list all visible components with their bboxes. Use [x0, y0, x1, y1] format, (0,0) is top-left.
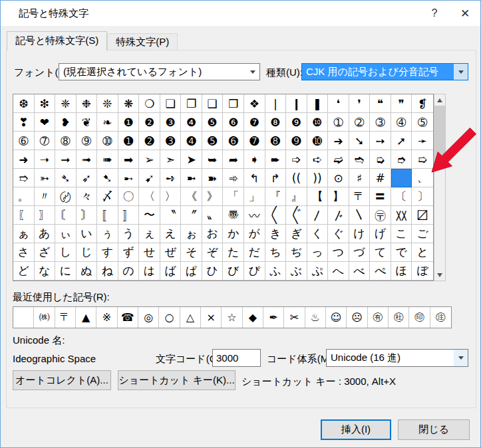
subset-combobox[interactable]: CJK 用の記号および分音記号	[301, 63, 468, 80]
symbol-cell[interactable]: ぅ	[97, 225, 118, 243]
tab-symbols[interactable]: 記号と特殊文字(S)	[7, 31, 107, 51]
symbol-cell[interactable]: #	[370, 169, 391, 187]
recent-symbol-cell[interactable]: ☹	[347, 307, 367, 328]
symbol-cell[interactable]: 〒	[349, 187, 371, 206]
symbol-cell[interactable]: 〆	[97, 187, 118, 206]
symbol-cell[interactable]: ➚	[391, 132, 412, 150]
symbol-cell[interactable]: ➹	[139, 169, 160, 187]
symbol-cell[interactable]: 〚	[97, 206, 118, 225]
symbol-cell[interactable]: 「	[223, 187, 244, 206]
symbol-cell[interactable]: ➈	[77, 132, 98, 150]
symbol-cell[interactable]: ぢ	[286, 243, 307, 262]
symbol-cell[interactable]: こ	[391, 225, 412, 243]
recent-symbol-cell[interactable]: ☆	[222, 307, 242, 328]
symbol-cell[interactable]: ➇	[55, 132, 77, 150]
symbol-cell[interactable]: ➄	[412, 113, 433, 132]
symbol-cell[interactable]: 【	[307, 187, 329, 206]
symbol-cell[interactable]: 〉	[160, 187, 182, 206]
recent-symbol-cell[interactable]: ◎	[138, 307, 159, 328]
symbol-cell[interactable]: ❆	[13, 94, 35, 113]
symbol-cell[interactable]: ❈	[55, 94, 77, 113]
symbol-cell[interactable]: ざ	[35, 243, 56, 262]
symbol-cell[interactable]: ➩	[286, 150, 307, 169]
scrollbar-up-button[interactable]	[434, 94, 445, 106]
symbol-cell[interactable]: ❧	[97, 113, 118, 132]
symbol-cell[interactable]: ➴	[55, 169, 77, 187]
symbol-cell[interactable]: ❜	[349, 94, 371, 113]
symbol-cell[interactable]: ➳	[35, 169, 56, 187]
symbol-cell[interactable]: の	[118, 262, 140, 280]
recent-symbol-cell[interactable]: ㊞	[409, 307, 430, 328]
scrollbar-thumb[interactable]	[434, 106, 445, 163]
encoding-combobox[interactable]: Unicode (16 進)	[326, 349, 468, 367]
symbol-cell[interactable]: ➠	[97, 150, 118, 169]
symbol-cell[interactable]: じ	[77, 243, 98, 262]
recent-symbol-cell[interactable]: ☎	[118, 307, 138, 328]
symbol-cell[interactable]: 》	[202, 187, 224, 206]
font-combobox[interactable]: (現在選択されているフォント)	[59, 63, 260, 80]
symbol-cell[interactable]: ❏	[160, 94, 182, 113]
symbol-cell[interactable]: 《	[181, 187, 202, 206]
symbol-cell[interactable]: ❊	[97, 94, 118, 113]
symbol-cell[interactable]: ぐ	[328, 225, 349, 243]
symbol-cell[interactable]: ひ	[202, 262, 224, 280]
symbol-cell[interactable]: 〝	[160, 206, 182, 225]
symbol-cell[interactable]: 『	[265, 187, 287, 206]
symbol-cell[interactable]: ➯	[412, 150, 433, 169]
symbol-cell[interactable]: 〞	[181, 206, 202, 225]
symbol-cell[interactable]: 】	[328, 187, 349, 206]
symbol-cell[interactable]: ❞	[391, 94, 412, 113]
symbol-cell[interactable]: ♯	[349, 169, 371, 187]
symbol-cell[interactable]: ❦	[77, 113, 98, 132]
symbol-cell[interactable]: あ	[35, 225, 56, 243]
symbol-cell[interactable]: ➒	[286, 132, 307, 150]
symbol-cell[interactable]: 〵	[349, 206, 371, 225]
symbol-cell[interactable]: ぁ	[13, 225, 35, 243]
symbol-cell[interactable]: え	[160, 225, 182, 243]
symbol-cell[interactable]: ず	[118, 243, 140, 262]
symbol-cell[interactable]: 〈	[139, 187, 160, 206]
symbol-cell[interactable]: ❋	[118, 94, 140, 113]
symbol-cell[interactable]: ➼	[181, 169, 202, 187]
recent-symbol-cell[interactable]: ㈱	[34, 307, 55, 328]
symbol-cell[interactable]: ぎ	[286, 225, 307, 243]
symbol-cell[interactable]: ➱	[13, 169, 35, 187]
symbol-cell[interactable]: ❝	[370, 94, 391, 113]
symbol-cell[interactable]: ➭	[370, 150, 391, 169]
symbol-cell[interactable]: へ	[328, 262, 349, 280]
symbol-cell[interactable]: ➁	[349, 113, 371, 132]
symbol-cell[interactable]: は	[139, 262, 160, 280]
symbol-cell[interactable]: 〕	[412, 187, 433, 206]
symbol-cell[interactable]: い	[77, 225, 98, 243]
recent-symbol-cell[interactable]: ○	[159, 307, 180, 328]
symbol-cell[interactable]: ➙	[370, 132, 391, 150]
symbol-cell[interactable]: ➢	[139, 150, 160, 169]
symbol-cell[interactable]: ➑	[265, 132, 287, 150]
symbol-cell[interactable]: ❚	[307, 94, 329, 113]
insert-button[interactable]: 挿入(I)	[321, 419, 391, 440]
symbol-cell[interactable]: な	[35, 262, 56, 280]
recent-symbol-cell[interactable]: ▲	[76, 307, 96, 328]
symbol-cell[interactable]: ↱	[265, 169, 287, 187]
symbol-cell[interactable]: 、	[412, 169, 433, 187]
recent-symbol-cell[interactable]: ☺	[326, 307, 347, 328]
symbol-cell[interactable]: ❣	[13, 113, 35, 132]
symbol-cell[interactable]: ❒	[223, 94, 244, 113]
symbol-cell[interactable]: ➷	[97, 169, 118, 187]
symbol-cell[interactable]: ➓	[307, 132, 329, 150]
symbol-cell[interactable]: 〛	[118, 206, 140, 225]
symbol-cell[interactable]: せ	[139, 243, 160, 262]
recent-symbol-cell[interactable]	[13, 307, 34, 328]
symbol-cell[interactable]: ね	[97, 262, 118, 280]
symbol-cell[interactable]: 〇	[118, 187, 140, 206]
symbol-cell[interactable]: ➔	[328, 132, 349, 150]
symbol-cell[interactable]: ぷ	[307, 262, 329, 280]
close-button[interactable]: 閉じる	[398, 419, 470, 440]
symbol-cell[interactable]: そ	[181, 243, 202, 262]
recent-symbol-cell[interactable]: ✂	[284, 307, 305, 328]
symbol-cell[interactable]: ❺	[202, 113, 224, 132]
symbol-cell[interactable]: ➬	[349, 150, 371, 169]
symbol-cell[interactable]: ➐	[244, 132, 265, 150]
symbol-cell[interactable]: ➏	[223, 132, 244, 150]
symbol-cell[interactable]: ❸	[160, 113, 182, 132]
